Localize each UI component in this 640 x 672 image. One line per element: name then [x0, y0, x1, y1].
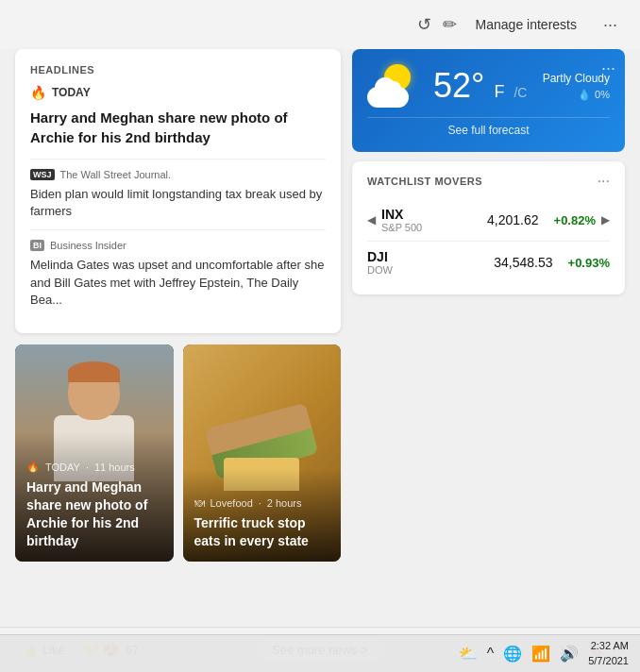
fire-icon: 🔥	[30, 85, 46, 100]
divider-1	[30, 159, 326, 160]
temp-unit-c: /C	[514, 85, 527, 100]
edit-icon[interactable]: ✏	[443, 14, 457, 35]
headlines-label: HEADLINES	[30, 64, 326, 76]
harry-meghan-card[interactable]: 🔥 TODAY · 11 hours Harry and Meghan shar…	[15, 344, 174, 562]
food-source-name: Lovefood	[211, 497, 253, 509]
right-column: ··· 52° F /C Partly Cloudy 💧 0%	[352, 49, 625, 627]
stock-ticker-dji: DJI	[367, 249, 494, 264]
top-bar: ↺ ✏ Manage interests ···	[0, 0, 640, 49]
temp-unit-f: F	[494, 82, 504, 101]
weather-card: ··· 52° F /C Partly Cloudy 💧 0%	[352, 49, 625, 152]
divider-2	[30, 229, 326, 230]
source-name-2: Business Insider	[50, 240, 126, 251]
source-badge-wsj: WSJ	[30, 169, 55, 180]
stock-name-inx: S&P 500	[381, 222, 487, 233]
headlines-card: HEADLINES 🔥 TODAY Harry and Meghan share…	[15, 49, 341, 333]
weather-desc-col: Partly Cloudy 💧 0%	[543, 72, 610, 101]
harry-source-row: 🔥 TODAY · 11 hours	[26, 461, 162, 473]
taskbar-network-icon: 🌐	[503, 645, 522, 663]
weather-icon-area	[367, 62, 424, 109]
stock-info-dji: DJI DOW	[367, 249, 494, 276]
manage-interests-label: Manage interests	[476, 17, 577, 32]
image-cards-row: 🔥 TODAY · 11 hours Harry and Meghan shar…	[15, 344, 341, 562]
taskbar-arrow-icon: ^	[487, 646, 495, 663]
sub-headline-2[interactable]: Melinda Gates was upset and uncomfortabl…	[30, 257, 326, 309]
cloud-icon	[367, 87, 409, 108]
source-badge-bi: BI	[30, 240, 44, 251]
taskbar-speaker-icon: 🔊	[560, 645, 579, 663]
manage-interests-button[interactable]: Manage interests	[468, 13, 584, 36]
forecast-button[interactable]: See full forecast	[367, 117, 610, 143]
rain-percent: 0%	[595, 89, 610, 100]
stock-change-inx: +0.82%	[554, 213, 596, 227]
harry-card-overlay: 🔥 TODAY · 11 hours Harry and Meghan shar…	[15, 432, 174, 562]
left-column: HEADLINES 🔥 TODAY Harry and Meghan share…	[15, 49, 341, 627]
taskbar-weather-icon: ⛅	[459, 645, 478, 663]
food-source-row: 🍽 Lovefood · 2 hours	[194, 497, 330, 509]
rain-icon: 💧	[578, 89, 591, 101]
main-headline[interactable]: Harry and Meghan share new photo of Arch…	[30, 108, 326, 147]
stock-row-dji[interactable]: DJI DOW 34,548.53 +0.93%	[367, 241, 610, 283]
weather-more-button[interactable]: ···	[601, 59, 615, 78]
stock-name-dji: DOW	[367, 264, 494, 276]
watchlist-card: WATCHLIST MOVERS ··· ◀ INX S&P 500 4,201…	[352, 161, 625, 294]
watchlist-header: WATCHLIST MOVERS ···	[367, 173, 610, 190]
stock-change-dji: +0.93%	[568, 256, 610, 270]
taskbar-time: 2:32 AM 5/7/2021	[588, 639, 629, 668]
stock-price-dji: 34,548.53	[494, 255, 552, 270]
main-content: HEADLINES 🔥 TODAY Harry and Meghan share…	[0, 49, 640, 627]
watchlist-more-button[interactable]: ···	[598, 173, 610, 190]
taskbar: ⛅ ^ 🌐 📶 🔊 2:32 AM 5/7/2021	[0, 634, 640, 672]
stock-nav-left-1[interactable]: ◀	[367, 213, 376, 227]
person-head	[68, 363, 120, 420]
food-card-overlay: 🍽 Lovefood · 2 hours Terrific truck stop…	[183, 469, 342, 562]
stock-row-inx[interactable]: ◀ INX S&P 500 4,201.62 +0.82% ▶	[367, 199, 610, 241]
source-row-1: WSJ The Wall Street Journal.	[30, 169, 326, 180]
temp-value: 52°	[433, 66, 484, 105]
source-row-2: BI Business Insider	[30, 240, 326, 251]
refresh-icon[interactable]: ↺	[417, 14, 431, 35]
weather-rain: 💧 0%	[543, 89, 610, 101]
weather-main-row: 52° F /C Partly Cloudy 💧 0%	[367, 62, 610, 109]
stock-ticker-inx: INX	[381, 207, 487, 222]
top-more-button[interactable]: ···	[596, 11, 625, 39]
harry-source-name: TODAY	[45, 462, 80, 473]
sub-headline-1[interactable]: Biden plan would limit longstanding tax …	[30, 186, 326, 220]
weather-condition: Partly Cloudy	[543, 72, 610, 85]
stock-nav-right-1[interactable]: ▶	[601, 213, 610, 227]
watchlist-label: WATCHLIST MOVERS	[367, 176, 598, 187]
food-time: 2 hours	[267, 497, 302, 509]
food-dot: ·	[259, 497, 261, 509]
source-name-1: The Wall Street Journal.	[60, 169, 172, 180]
weather-temperature: 52° F /C	[433, 66, 527, 106]
stock-price-inx: 4,201.62	[487, 212, 539, 227]
today-label: TODAY	[52, 86, 91, 99]
harry-dot: ·	[86, 462, 89, 473]
food-card-title: Terrific truck stop eats in every state	[194, 514, 330, 550]
food-card[interactable]: 🍽 Lovefood · 2 hours Terrific truck stop…	[183, 344, 342, 562]
harry-source-emoji: 🔥	[26, 461, 40, 473]
taskbar-time-value: 2:32 AM	[588, 639, 629, 653]
taskbar-date-value: 5/7/2021	[588, 654, 629, 668]
food-source-emoji: 🍽	[194, 497, 205, 509]
harry-card-title: Harry and Meghan share new photo of Arch…	[26, 479, 162, 550]
harry-time: 11 hours	[94, 462, 135, 473]
stock-info-inx: INX S&P 500	[381, 207, 487, 233]
today-tag: 🔥 TODAY	[30, 85, 326, 100]
taskbar-wifi-icon: 📶	[531, 645, 550, 663]
